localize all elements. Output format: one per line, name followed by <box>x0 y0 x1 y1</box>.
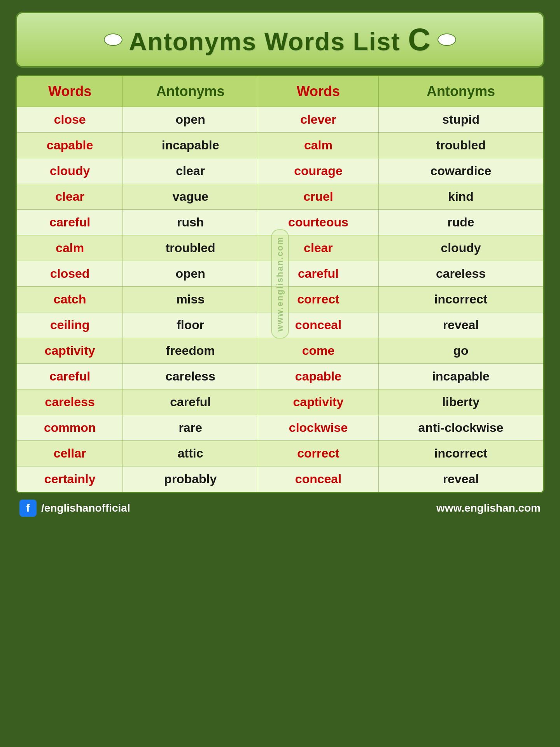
table-row: calmtroubledclearcloudy <box>17 235 543 261</box>
word-right: courage <box>258 158 378 184</box>
antonym-left: floor <box>123 312 258 338</box>
word-right: come <box>258 338 378 364</box>
word-left: close <box>17 107 123 133</box>
word-left: careful <box>17 210 123 235</box>
table-row: carelesscarefulcaptivityliberty <box>17 389 543 415</box>
table-row: cloudyclearcouragecowardice <box>17 158 543 184</box>
word-right: correct <box>258 287 378 312</box>
table-header-row: Words Antonyms Words Antonyms <box>17 76 543 107</box>
oval-left <box>104 33 122 46</box>
header-antonyms-1: Antonyms <box>123 76 258 107</box>
word-left: catch <box>17 287 123 312</box>
antonym-left: rare <box>123 415 258 441</box>
word-left: clear <box>17 184 123 210</box>
word-left: ceiling <box>17 312 123 338</box>
oval-right <box>438 33 456 46</box>
word-right: conceal <box>258 312 378 338</box>
antonym-right: incapable <box>378 364 543 389</box>
word-right: capable <box>258 364 378 389</box>
word-left: closed <box>17 261 123 287</box>
word-right: careful <box>258 261 378 287</box>
antonym-right: reveal <box>378 466 543 492</box>
antonym-left: vague <box>123 184 258 210</box>
antonym-right: rude <box>378 210 543 235</box>
table-row: cellaratticcorrectincorrect <box>17 441 543 466</box>
antonym-left: clear <box>123 158 258 184</box>
antonyms-table-container: www.englishan.com Words Antonyms Words A… <box>16 75 544 493</box>
word-right: clever <box>258 107 378 133</box>
header-antonyms-2: Antonyms <box>378 76 543 107</box>
table-row: closeopencleverstupid <box>17 107 543 133</box>
footer-social: f /englishanofficial <box>19 500 130 517</box>
word-left: careful <box>17 364 123 389</box>
antonym-left: attic <box>123 441 258 466</box>
antonym-right: anti-clockwise <box>378 415 543 441</box>
word-right: clockwise <box>258 415 378 441</box>
antonym-right: troubled <box>378 133 543 158</box>
antonym-left: open <box>123 261 258 287</box>
word-right: courteous <box>258 210 378 235</box>
antonym-left: miss <box>123 287 258 312</box>
table-row: clearvaguecruelkind <box>17 184 543 210</box>
facebook-icon: f <box>19 500 37 517</box>
table-row: capableincapablecalmtroubled <box>17 133 543 158</box>
table-row: ceilingfloorconcealreveal <box>17 312 543 338</box>
antonym-right: cloudy <box>378 235 543 261</box>
table-row: closedopencarefulcareless <box>17 261 543 287</box>
footer-website: www.englishan.com <box>436 502 541 514</box>
antonym-left: troubled <box>123 235 258 261</box>
word-right: clear <box>258 235 378 261</box>
antonym-right: incorrect <box>378 287 543 312</box>
word-left: certainly <box>17 466 123 492</box>
word-left: calm <box>17 235 123 261</box>
word-left: captivity <box>17 338 123 364</box>
table-row: commonrareclockwiseanti-clockwise <box>17 415 543 441</box>
table-row: carefulcarelesscapableincapable <box>17 364 543 389</box>
antonym-right: careless <box>378 261 543 287</box>
antonym-left: careless <box>123 364 258 389</box>
word-right: cruel <box>258 184 378 210</box>
antonym-right: kind <box>378 184 543 210</box>
word-left: capable <box>17 133 123 158</box>
page-title: Antonyms Words List C <box>129 22 431 58</box>
antonym-right: liberty <box>378 389 543 415</box>
title-bar: Antonyms Words List C <box>16 12 544 68</box>
table-row: carefulrushcourteousrude <box>17 210 543 235</box>
word-left: cellar <box>17 441 123 466</box>
antonym-right: incorrect <box>378 441 543 466</box>
antonyms-table: Words Antonyms Words Antonyms closeopenc… <box>17 76 543 492</box>
word-right: correct <box>258 441 378 466</box>
word-left: careless <box>17 389 123 415</box>
table-row: certainlyprobablyconcealreveal <box>17 466 543 492</box>
word-left: common <box>17 415 123 441</box>
antonym-left: incapable <box>123 133 258 158</box>
antonym-right: stupid <box>378 107 543 133</box>
word-right: conceal <box>258 466 378 492</box>
antonym-left: rush <box>123 210 258 235</box>
antonym-right: reveal <box>378 312 543 338</box>
header-words-1: Words <box>17 76 123 107</box>
word-right: calm <box>258 133 378 158</box>
word-right: captivity <box>258 389 378 415</box>
antonym-right: cowardice <box>378 158 543 184</box>
fb-handle: /englishanofficial <box>41 502 130 514</box>
word-left: cloudy <box>17 158 123 184</box>
antonym-right: go <box>378 338 543 364</box>
antonym-left: probably <box>123 466 258 492</box>
header-words-2: Words <box>258 76 378 107</box>
antonym-left: freedom <box>123 338 258 364</box>
antonym-left: careful <box>123 389 258 415</box>
antonym-left: open <box>123 107 258 133</box>
footer: f /englishanofficial www.englishan.com <box>16 500 544 517</box>
table-row: catchmisscorrectincorrect <box>17 287 543 312</box>
table-row: captivityfreedomcomego <box>17 338 543 364</box>
